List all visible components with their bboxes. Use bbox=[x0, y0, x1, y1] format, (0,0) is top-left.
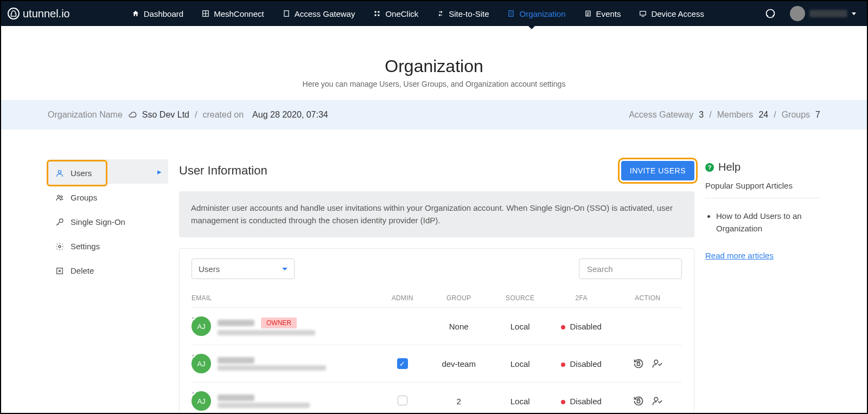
members-count: 24 bbox=[758, 110, 768, 120]
status-dot-icon bbox=[561, 325, 565, 329]
reset-icon[interactable] bbox=[633, 396, 644, 406]
col-2fa: 2FA bbox=[550, 289, 614, 308]
nav-dashboard[interactable]: Dashboard bbox=[124, 4, 191, 24]
nav-active-arrow bbox=[527, 25, 536, 29]
users-table-card: Users EMAIL ADMIN GROUP SOURCE 2FA ACTIO… bbox=[179, 248, 694, 414]
brand-text: utunnel.io bbox=[23, 8, 70, 20]
svg-point-14 bbox=[59, 245, 61, 248]
sidebar-item-sso[interactable]: Single Sign-On bbox=[48, 210, 168, 234]
status-dot-icon bbox=[561, 400, 565, 404]
user-action-icon[interactable] bbox=[652, 396, 662, 406]
page-subtitle: Here you can manage Users, User Groups, … bbox=[1, 80, 867, 88]
users-table: EMAIL ADMIN GROUP SOURCE 2FA ACTION AJ bbox=[192, 289, 682, 414]
sidebar-item-settings[interactable]: Settings bbox=[48, 234, 168, 258]
nav-site-to-site[interactable]: Site-to-Site bbox=[429, 4, 496, 24]
groups-label: Groups bbox=[782, 110, 810, 120]
help-title: Help bbox=[718, 161, 741, 173]
nav-meshconnect[interactable]: MeshConnect bbox=[194, 4, 272, 24]
search-input[interactable] bbox=[579, 258, 682, 279]
user-icon bbox=[55, 169, 64, 178]
logo-icon bbox=[8, 8, 20, 20]
sidebar-item-users[interactable]: Users bbox=[48, 161, 106, 185]
svg-point-17 bbox=[654, 360, 658, 364]
sidebar-item-delete[interactable]: Delete bbox=[48, 258, 168, 283]
page-title: Organization bbox=[1, 56, 867, 76]
brand-logo[interactable]: utunnel.io bbox=[8, 8, 70, 20]
read-more-link[interactable]: Read more articles bbox=[705, 251, 774, 260]
device-icon bbox=[639, 10, 647, 17]
status-dot-icon bbox=[561, 363, 565, 367]
user-action-icon[interactable] bbox=[652, 358, 662, 369]
nav-items: Dashboard MeshConnect Access Gateway One… bbox=[124, 4, 712, 24]
home-icon bbox=[132, 10, 139, 17]
table-row: AJ OWNER None Local Disabled bbox=[192, 308, 682, 345]
org-name-value: Sso Dev Ltd bbox=[142, 110, 189, 120]
owner-badge: OWNER bbox=[261, 318, 297, 328]
table-row: AJ 2 Local Disabled bbox=[192, 383, 682, 415]
nav-device-access[interactable]: Device Access bbox=[631, 4, 712, 24]
svg-point-12 bbox=[61, 196, 62, 197]
description-text: Administer user accounts and handle user… bbox=[179, 191, 694, 237]
sso-icon bbox=[55, 218, 64, 227]
help-article-link[interactable]: How to Add Users to an Organization bbox=[716, 210, 820, 235]
org-name-label: Organization Name bbox=[48, 110, 123, 120]
svg-point-2 bbox=[375, 11, 377, 13]
svg-point-3 bbox=[378, 11, 380, 13]
nav-access-gateway[interactable]: Access Gateway bbox=[275, 4, 363, 24]
user-email-blurred bbox=[218, 365, 326, 371]
avatar-icon bbox=[790, 6, 805, 21]
user-avatar: AJ bbox=[192, 391, 211, 411]
dropdown-caret-icon bbox=[282, 268, 288, 270]
users-filter-select[interactable]: Users bbox=[192, 258, 295, 279]
nav-oneclick[interactable]: OneClick bbox=[366, 4, 426, 24]
svg-point-9 bbox=[767, 10, 775, 18]
svg-point-11 bbox=[58, 195, 60, 197]
oneclick-icon bbox=[373, 10, 381, 17]
content-title: User Information bbox=[179, 164, 267, 178]
content-area: User Information INVITE USERS Administer… bbox=[179, 161, 694, 414]
user-name-blurred bbox=[809, 10, 847, 17]
user-menu[interactable] bbox=[790, 6, 856, 21]
nav-events[interactable]: Events bbox=[577, 4, 629, 24]
gateway-icon bbox=[283, 10, 290, 17]
reset-icon[interactable] bbox=[633, 358, 644, 369]
settings-sidebar: Users x ▸ Groups Single Sign-On Settings… bbox=[48, 161, 168, 414]
user-name-blurred bbox=[218, 394, 254, 401]
page-header: Organization Here you can manage Users, … bbox=[1, 56, 867, 88]
svg-rect-8 bbox=[640, 11, 646, 15]
svg-rect-18 bbox=[637, 400, 640, 403]
gateway-count: 3 bbox=[699, 110, 704, 120]
user-name-blurred bbox=[218, 357, 254, 364]
svg-point-10 bbox=[58, 170, 61, 173]
invite-users-button[interactable]: INVITE USERS bbox=[621, 161, 694, 180]
col-source: SOURCE bbox=[490, 289, 549, 308]
navbar-right bbox=[765, 6, 856, 21]
support-icon[interactable] bbox=[765, 8, 776, 19]
help-subtitle: Popular Support Articles bbox=[705, 181, 820, 198]
admin-checkbox-unchecked[interactable] bbox=[398, 396, 407, 405]
org-info-bar: Organization Name Sso Dev Ltd / created … bbox=[1, 100, 867, 130]
svg-rect-6 bbox=[509, 11, 513, 17]
created-on-value: Aug 28 2020, 07:34 bbox=[252, 110, 328, 120]
sidebar-item-groups[interactable]: Groups bbox=[48, 185, 168, 210]
help-panel: ? Help Popular Support Articles How to A… bbox=[705, 161, 820, 414]
delete-icon bbox=[55, 267, 64, 275]
svg-point-19 bbox=[654, 397, 658, 401]
svg-point-13 bbox=[59, 219, 63, 223]
cloud-icon bbox=[128, 111, 137, 119]
events-icon bbox=[584, 10, 592, 17]
group-icon bbox=[55, 193, 64, 202]
main-content-wrap: Users x ▸ Groups Single Sign-On Settings… bbox=[1, 161, 867, 414]
top-navbar: utunnel.io Dashboard MeshConnect Access … bbox=[1, 1, 867, 26]
admin-checkbox-checked[interactable]: ✓ bbox=[397, 358, 408, 369]
members-label: Members bbox=[717, 110, 754, 120]
user-avatar: AJ bbox=[192, 316, 211, 336]
user-email-blurred bbox=[218, 403, 310, 408]
gear-icon bbox=[55, 242, 64, 251]
groups-count: 7 bbox=[815, 110, 820, 120]
nav-organization[interactable]: Organization bbox=[500, 4, 573, 24]
org-icon bbox=[507, 10, 515, 17]
gateway-label: Access Gateway bbox=[629, 110, 693, 120]
col-action: ACTION bbox=[613, 289, 682, 308]
svg-rect-16 bbox=[637, 363, 640, 365]
